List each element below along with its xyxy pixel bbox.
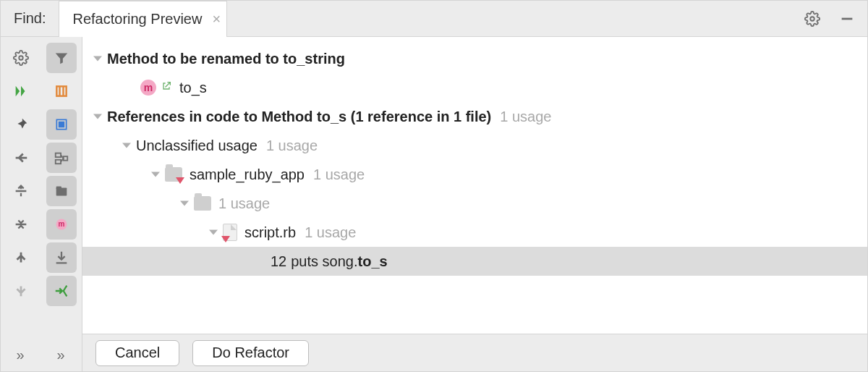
preview-button[interactable] (46, 276, 77, 306)
tab-refactoring-preview[interactable]: Refactoring Preview × (59, 1, 227, 36)
project-folder-icon (165, 167, 182, 182)
tab-group: Refactoring Preview × (59, 1, 227, 36)
close-icon[interactable]: × (212, 11, 221, 28)
method-icon: m (140, 80, 156, 96)
heading-rename-text: Method to be renamed to to_string (107, 51, 345, 67)
cancel-button[interactable]: Cancel (95, 340, 179, 366)
content-area: Method to be renamed to to_string m to_s… (82, 37, 867, 371)
usage-count: 1 usage (313, 166, 365, 183)
node-label: sample_ruby_app (190, 166, 305, 183)
previous-button[interactable] (6, 242, 36, 273)
sidebar-column-right: m » (41, 43, 82, 371)
svg-point-2 (19, 56, 23, 60)
next-button[interactable] (6, 276, 36, 306)
rerun-button[interactable] (6, 76, 36, 106)
node-label: script.rb (244, 224, 296, 241)
collapse-all-button[interactable] (6, 209, 36, 240)
overflow-right-button[interactable]: » (46, 344, 77, 365)
settings-button[interactable] (6, 43, 36, 73)
tree-result-row[interactable]: 12 puts song.to_s (82, 247, 867, 276)
method-name: to_s (179, 80, 207, 96)
link-icon (161, 80, 172, 96)
tool-sidebar: » m (1, 37, 82, 371)
footer-actions: Cancel Do Refactor (82, 334, 867, 371)
svg-rect-6 (56, 153, 61, 158)
group-by-usage-type-button[interactable] (46, 76, 77, 106)
tree-method-row[interactable]: m to_s (82, 73, 867, 102)
usage-tree: Method to be renamed to to_string m to_s… (82, 37, 867, 334)
svg-rect-7 (56, 160, 61, 164)
tree-heading-rename[interactable]: Method to be renamed to to_string (82, 44, 867, 73)
filter-button[interactable] (46, 43, 77, 73)
pin-button[interactable] (6, 109, 36, 140)
tree-heading-references[interactable]: References in code to Method to_s (1 ref… (82, 102, 867, 131)
svg-point-0 (810, 17, 814, 21)
back-button[interactable] (6, 143, 36, 173)
chevron-down-icon[interactable] (150, 169, 161, 179)
sidebar-column-left: » (1, 43, 41, 371)
group-by-module-button[interactable] (46, 143, 77, 173)
chevron-down-icon[interactable] (208, 227, 218, 237)
header-actions (802, 9, 867, 29)
code-usage: puts song.to_s (291, 253, 387, 270)
chevron-down-icon[interactable] (93, 111, 103, 122)
chevron-down-icon[interactable] (122, 140, 132, 151)
usage-count: 1 usage (218, 195, 270, 212)
minimize-icon[interactable] (837, 9, 857, 29)
chevron-down-icon[interactable] (93, 54, 103, 64)
usage-count: 1 usage (305, 224, 356, 241)
usage-count: 1 usage (266, 138, 318, 154)
find-label: Find: (1, 10, 59, 27)
ruby-file-icon (223, 224, 237, 241)
chevron-down-icon[interactable] (179, 198, 190, 208)
gear-icon[interactable] (802, 9, 822, 29)
tab-title: Refactoring Preview (72, 11, 202, 28)
tree-node-file[interactable]: script.rb 1 usage (82, 218, 867, 247)
group-by-scope-button[interactable] (46, 109, 77, 140)
references-heading-text: References in code to Method to_s (1 ref… (107, 109, 491, 125)
tree-node-unclassified[interactable]: Unclassified usage 1 usage (82, 131, 867, 160)
node-label: Unclassified usage (136, 138, 258, 154)
export-button[interactable] (46, 242, 77, 273)
panel-body: » m (1, 37, 867, 371)
tree-node-folder[interactable]: 1 usage (82, 189, 867, 218)
panel-header: Find: Refactoring Preview × (1, 1, 867, 37)
svg-rect-12 (56, 187, 61, 190)
group-by-file-structure-button[interactable] (46, 176, 77, 206)
svg-rect-8 (64, 156, 68, 161)
expand-all-button[interactable] (6, 176, 36, 206)
line-number: 12 (271, 253, 286, 270)
usage-count: 1 usage (500, 109, 551, 125)
svg-text:m: m (59, 220, 65, 228)
overflow-left-button[interactable]: » (6, 344, 36, 365)
do-refactor-button[interactable]: Do Refactor (192, 340, 309, 366)
tree-node-project[interactable]: sample_ruby_app 1 usage (82, 160, 867, 189)
svg-rect-3 (56, 86, 66, 96)
folder-icon (194, 196, 211, 211)
group-by-method-button[interactable]: m (46, 209, 77, 240)
svg-rect-5 (59, 122, 64, 127)
